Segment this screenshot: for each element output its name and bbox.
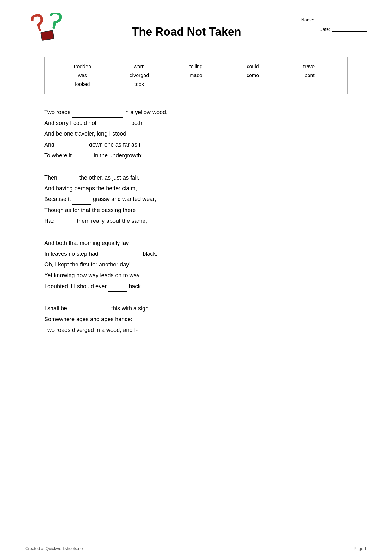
logo xyxy=(25,13,76,47)
name-label: Name: xyxy=(301,17,314,22)
poem-line-4-3: Two roads diverged in a wood, and I- xyxy=(44,325,348,335)
header: The Road Not Taken Name: Date: xyxy=(25,13,367,47)
word-come: come xyxy=(247,72,259,79)
poem-line-3-4: Yet knowing how way leads on to way, xyxy=(44,270,348,281)
poem-line-3-1: And both that morning equally lay xyxy=(44,238,348,248)
footer-credit: Created at Quickworksheets.net xyxy=(25,546,84,551)
word-made: made xyxy=(190,72,202,79)
footer-page: Page 1 xyxy=(354,546,367,551)
word-bank-col-4: could come xyxy=(224,63,281,88)
title-area: The Road Not Taken xyxy=(76,13,297,39)
poem-section: Two roads in a yellow wood, And sorry I … xyxy=(44,107,348,335)
blank-4 xyxy=(142,144,161,150)
poem-line-4-1: I shall be this with a sigh xyxy=(44,303,348,314)
poem-line-1-3: And be one traveler, long I stood xyxy=(44,128,348,139)
name-field: Name: xyxy=(301,17,367,22)
poem-line-2-2: And having perhaps the better claim, xyxy=(44,183,348,194)
word-bent: bent xyxy=(305,72,315,79)
word-took: took xyxy=(134,81,144,88)
word-looked: looked xyxy=(75,81,90,88)
word-worn: worn xyxy=(134,63,145,70)
blank-1 xyxy=(72,112,123,118)
date-field: Date: xyxy=(320,27,367,32)
blank-10 xyxy=(108,286,127,292)
date-fill-line xyxy=(332,27,367,32)
word-trodden: trodden xyxy=(74,63,91,70)
word-bank-col-5: travel bent xyxy=(281,63,338,88)
word-could: could xyxy=(247,63,259,70)
blank-7 xyxy=(72,199,91,205)
poem-line-3-3: Oh, I kept the first for another day! xyxy=(44,259,348,270)
page-title: The Road Not Taken xyxy=(76,25,297,39)
stanza-4: I shall be this with a sigh Somewhere ag… xyxy=(44,303,348,336)
word-telling: telling xyxy=(189,63,203,70)
blank-6 xyxy=(59,177,78,183)
word-bank-col-1: trodden was looked xyxy=(54,63,111,88)
word-travel: travel xyxy=(303,63,316,70)
blank-3 xyxy=(56,144,88,150)
poem-line-1-2: And sorry I could not both xyxy=(44,118,348,128)
blank-5 xyxy=(73,155,92,161)
page: The Road Not Taken Name: Date: trodden w… xyxy=(0,0,392,554)
poem-line-4-2: Somewhere ages and ages hence: xyxy=(44,314,348,325)
poem-line-1-4: And down one as far as I xyxy=(44,139,348,150)
poem-line-2-3: Because it grassy and wanted wear; xyxy=(44,194,348,204)
word-bank-col-2: worn diverged took xyxy=(111,63,168,88)
svg-point-1 xyxy=(52,26,55,29)
stanza-2: Then the other, as just as fair, And hav… xyxy=(44,172,348,226)
word-bank: trodden was looked worn diverged took te… xyxy=(44,57,348,94)
poem-line-2-5: Had them really about the same, xyxy=(44,216,348,226)
logo-icon xyxy=(25,13,70,44)
date-label: Date: xyxy=(320,27,330,32)
word-bank-col-3: telling made xyxy=(168,63,224,88)
poem-line-3-2: In leaves no step had black. xyxy=(44,248,348,259)
word-was: was xyxy=(78,72,87,79)
blank-2 xyxy=(98,123,130,128)
name-fill-line xyxy=(316,18,367,22)
poem-line-3-5: I doubted if I should ever back. xyxy=(44,281,348,292)
blank-11 xyxy=(69,308,110,314)
poem-line-2-1: Then the other, as just as fair, xyxy=(44,172,348,183)
stanza-3: And both that morning equally lay In lea… xyxy=(44,238,348,292)
footer: Created at Quickworksheets.net Page 1 xyxy=(0,543,392,554)
blank-8 xyxy=(56,221,75,226)
blank-9 xyxy=(100,253,141,259)
name-date-area: Name: Date: xyxy=(297,13,367,32)
stanza-1: Two roads in a yellow wood, And sorry I … xyxy=(44,107,348,161)
poem-line-1-1: Two roads in a yellow wood, xyxy=(44,107,348,118)
poem-line-2-4: Though as for that the passing there xyxy=(44,205,348,216)
word-diverged: diverged xyxy=(130,72,149,79)
poem-line-1-5: To where it in the undergrowth; xyxy=(44,150,348,161)
